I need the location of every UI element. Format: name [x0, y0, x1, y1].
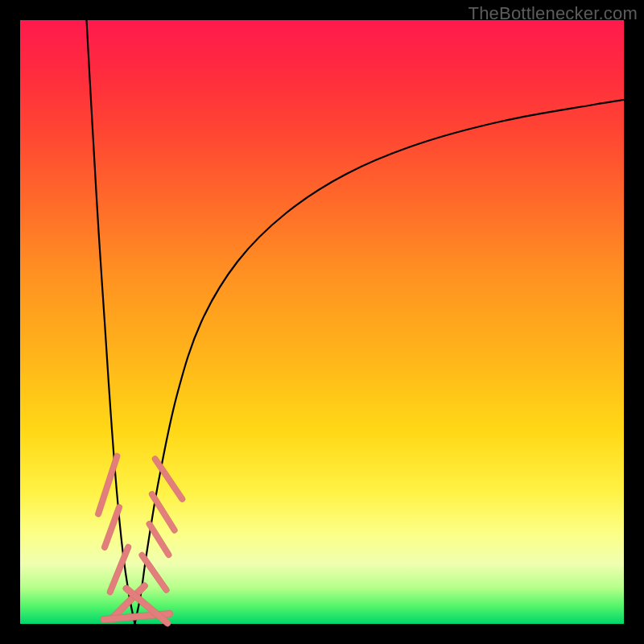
- chart-svg: [20, 20, 624, 624]
- marker-layer: [95, 452, 187, 628]
- curve-right-branch: [135, 100, 625, 624]
- plot-area: [20, 20, 624, 624]
- chart-frame: TheBottlenecker.com: [0, 0, 644, 644]
- curve-layer: [87, 20, 625, 624]
- watermark-text: TheBottlenecker.com: [469, 3, 638, 24]
